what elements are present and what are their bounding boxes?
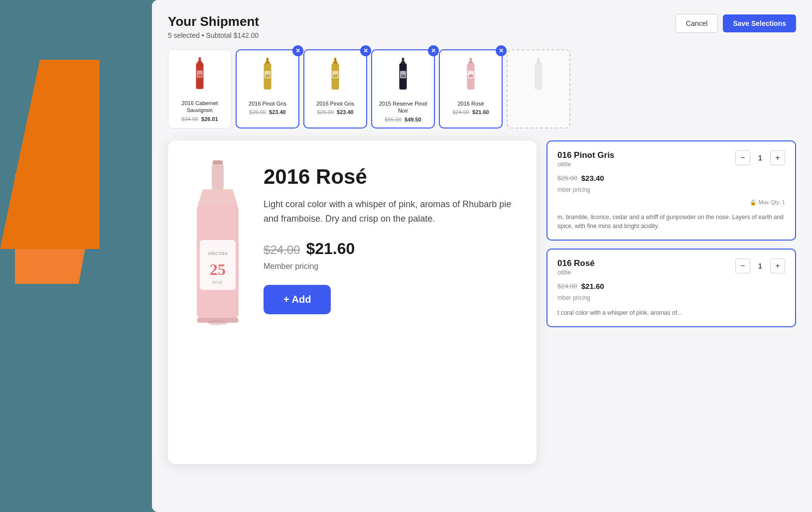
list-original-pinot-gris: $26.00 bbox=[557, 174, 577, 182]
carousel-card-name-rose: 2016 Rosé bbox=[445, 100, 497, 107]
carousel-card-cabernet[interactable]: 18 2016 Cabernet Sauvignon $34.00 $26.01 bbox=[168, 49, 232, 128]
cancel-button[interactable]: Cancel bbox=[676, 14, 718, 33]
carousel-card-prices-pinot-gris-1: $26.00 $23.40 bbox=[242, 109, 293, 115]
list-item-rose-pricing: $24.00 $21.60 bbox=[557, 282, 785, 290]
svg-text:25: 25 bbox=[333, 74, 337, 78]
max-qty-pinot-gris: 🔒 Max Qty: 1 bbox=[557, 199, 785, 206]
save-selections-button[interactable]: Save Selections bbox=[723, 14, 796, 32]
carousel-card-name-pinot-gris-1: 2016 Pinot Gris bbox=[242, 100, 293, 107]
svg-point-36 bbox=[208, 320, 228, 325]
wine-carousel: 18 2016 Cabernet Sauvignon $34.00 $26.01… bbox=[168, 49, 796, 128]
detail-modal: SPECTRA 25 ROSÉ 2016 Rosé Light coral co… bbox=[168, 140, 537, 464]
detail-wine-name: 2016 Rosé bbox=[264, 165, 513, 188]
carousel-original-cabernet: $34.00 bbox=[181, 116, 198, 122]
shipment-header: Your Shipment 5 selected • Subtotal $142… bbox=[168, 14, 796, 39]
svg-text:25: 25 bbox=[210, 260, 226, 278]
list-item-pinot-gris-subtitle: otitle bbox=[557, 160, 614, 168]
carousel-sale-cabernet: $26.01 bbox=[201, 116, 218, 122]
qty-decrease-rose[interactable]: − bbox=[735, 258, 750, 273]
remove-rose-button[interactable]: ✕ bbox=[496, 45, 507, 56]
orange-shape-large bbox=[0, 60, 100, 249]
detail-sale-price: $21.60 bbox=[306, 240, 355, 258]
qty-increase-rose[interactable]: + bbox=[770, 258, 785, 273]
qty-controls-rose: − 1 + bbox=[735, 258, 785, 273]
qty-increase-pinot-gris[interactable]: + bbox=[770, 150, 785, 165]
bottle-image-cabernet: 18 bbox=[173, 56, 226, 96]
list-item-rose-subtitle: otitle bbox=[557, 268, 595, 276]
carousel-card-empty[interactable] bbox=[507, 49, 570, 128]
shipment-title: Your Shipment bbox=[168, 14, 259, 29]
detail-pricing: $24.00 $21.60 bbox=[264, 240, 513, 258]
detail-info: 2016 Rosé Light coral color with a whisp… bbox=[264, 160, 513, 315]
shipment-title-block: Your Shipment 5 selected • Subtotal $142… bbox=[168, 14, 259, 39]
list-sale-rose: $21.60 bbox=[581, 282, 604, 290]
qty-decrease-pinot-gris[interactable]: − bbox=[735, 150, 750, 165]
add-to-shipment-button[interactable]: + Add bbox=[264, 285, 331, 314]
carousel-card-reserve-pinot-noir[interactable]: ✕ 20 2015 Reserve Pinot Noir $55.00 $49.… bbox=[371, 49, 435, 128]
remove-reserve-pinot-noir-button[interactable]: ✕ bbox=[428, 45, 439, 56]
svg-text:25: 25 bbox=[266, 74, 270, 78]
carousel-card-prices-reserve-pinot-noir: $55.00 $49.50 bbox=[377, 117, 429, 123]
detail-original-price: $24.00 bbox=[264, 243, 300, 257]
shipment-panel: Your Shipment 5 selected • Subtotal $142… bbox=[152, 0, 812, 512]
list-item-pinot-gris-title: 016 Pinot Gris bbox=[557, 150, 614, 160]
svg-text:20: 20 bbox=[401, 74, 405, 78]
rose-bottle-svg: SPECTRA 25 ROSÉ bbox=[188, 160, 248, 350]
list-member-pinot-gris: mber pricing bbox=[557, 186, 785, 193]
list-notes-pinot-gris: m, bramble, licorice, cedar and a whiff … bbox=[557, 213, 785, 231]
list-item-pinot-gris-header: 016 Pinot Gris otitle − 1 + bbox=[557, 150, 785, 168]
list-item-rose-title: 016 Rosé bbox=[557, 258, 595, 268]
carousel-card-prices-cabernet: $34.00 $26.01 bbox=[173, 116, 226, 122]
carousel-card-pinot-gris-1[interactable]: ✕ 25 2016 Pinot Gris $26.00 $23.40 bbox=[236, 49, 299, 128]
max-qty-label: Max Qty: 1 bbox=[759, 199, 785, 205]
bottle-image-reserve-pinot-noir: 20 bbox=[377, 56, 429, 96]
bottle-image-rose-carousel: 25 bbox=[445, 56, 497, 96]
qty-value-pinot-gris: 1 bbox=[754, 153, 766, 162]
remove-pinot-gris-1-button[interactable]: ✕ bbox=[292, 45, 303, 56]
wine-list-panel: 016 Pinot Gris otitle − 1 + $26.00 $23.4… bbox=[546, 140, 796, 464]
lock-icon: 🔒 bbox=[750, 199, 757, 206]
svg-text:SPECTRA: SPECTRA bbox=[208, 251, 228, 256]
list-item-pinot-gris-title-block: 016 Pinot Gris otitle bbox=[557, 150, 614, 168]
svg-rect-29 bbox=[212, 164, 224, 189]
svg-rect-27 bbox=[535, 63, 542, 90]
header-buttons: Cancel Save Selections bbox=[676, 14, 796, 33]
svg-text:18: 18 bbox=[198, 73, 202, 78]
qty-controls-pinot-gris: − 1 + bbox=[735, 150, 785, 165]
detail-description: Light coral color with a whisper of pink… bbox=[264, 197, 513, 226]
list-member-rose: mber pricing bbox=[557, 294, 785, 301]
list-original-rose: $24.00 bbox=[557, 282, 577, 290]
list-sale-pinot-gris: $23.40 bbox=[581, 174, 604, 182]
carousel-card-pinot-gris-2[interactable]: ✕ 25 2016 Pinot Gris $26.00 $23.40 bbox=[303, 49, 367, 128]
detail-member-pricing: Member pricing bbox=[264, 262, 513, 271]
carousel-card-name-reserve-pinot-noir: 2015 Reserve Pinot Noir bbox=[377, 100, 429, 115]
carousel-card-prices-rose: $24.00 $21.60 bbox=[445, 109, 497, 115]
svg-text:ROSÉ: ROSÉ bbox=[213, 280, 223, 285]
carousel-card-rose[interactable]: ✕ 25 2016 Rosé $24.00 $21.60 bbox=[439, 49, 503, 128]
carousel-card-name-pinot-gris-2: 2016 Pinot Gris bbox=[309, 100, 361, 107]
qty-value-rose: 1 bbox=[754, 261, 766, 270]
bottom-section: SPECTRA 25 ROSÉ 2016 Rosé Light coral co… bbox=[168, 140, 796, 464]
bottle-image-pinot-gris-2: 25 bbox=[309, 56, 361, 96]
list-notes-rose: t coral color with a whisper of pink, ar… bbox=[557, 308, 785, 317]
svg-text:25: 25 bbox=[469, 74, 473, 78]
list-item-pinot-gris: 016 Pinot Gris otitle − 1 + $26.00 $23.4… bbox=[546, 140, 796, 241]
list-item-rose: 016 Rosé otitle − 1 + $24.00 $21.60 mber… bbox=[546, 249, 796, 327]
list-item-rose-header: 016 Rosé otitle − 1 + bbox=[557, 258, 785, 276]
carousel-card-prices-pinot-gris-2: $26.00 $23.40 bbox=[309, 109, 361, 115]
carousel-card-name-cabernet: 2016 Cabernet Sauvignon bbox=[173, 100, 226, 114]
detail-bottle-container: SPECTRA 25 ROSÉ bbox=[188, 160, 248, 350]
remove-pinot-gris-2-button[interactable]: ✕ bbox=[360, 45, 371, 56]
bottle-image-empty bbox=[513, 56, 564, 96]
shipment-subtitle: 5 selected • Subtotal $142.00 bbox=[168, 31, 259, 39]
bottle-image-pinot-gris-1: 25 bbox=[242, 56, 293, 96]
list-item-rose-title-block: 016 Rosé otitle bbox=[557, 258, 595, 276]
list-item-pinot-gris-pricing: $26.00 $23.40 bbox=[557, 174, 785, 182]
